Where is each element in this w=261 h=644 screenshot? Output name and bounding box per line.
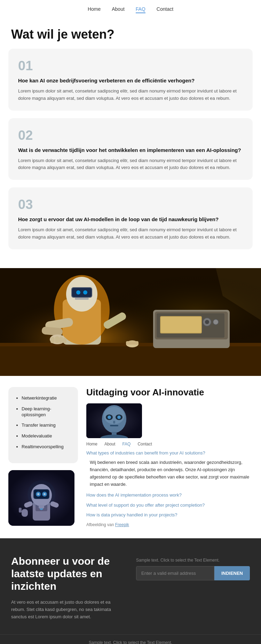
overlay-nav-faq[interactable]: FAQ bbox=[122, 442, 130, 446]
inline-question-4[interactable]: How is data privacy handled in your proj… bbox=[86, 512, 253, 518]
split-right: Uitdaging voor AI-innovatie bbox=[78, 387, 253, 527]
robot-image-2 bbox=[8, 470, 74, 526]
overlay-nav-home[interactable]: Home bbox=[86, 442, 97, 446]
subscription-description: At vero eos et accusam et justo duo dolo… bbox=[11, 599, 125, 620]
faq-card-1: 01 Hoe kan AI onze bedrijfsvoering verbe… bbox=[8, 49, 253, 111]
hero-illustration bbox=[0, 268, 261, 376]
inline-question-1[interactable]: What types of industries can benefit fro… bbox=[86, 450, 253, 456]
split-left-card: Netwerkintegratie Deep learning-oplossin… bbox=[8, 387, 78, 463]
svg-rect-10 bbox=[75, 298, 89, 300]
svg-point-50 bbox=[27, 480, 55, 508]
list-item-3: Transfer learning bbox=[22, 422, 71, 428]
robot-illustration-2 bbox=[8, 470, 74, 526]
faq-question-1: Hoe kan AI onze bedrijfsvoering verbeter… bbox=[18, 77, 243, 84]
overlay-nav-about[interactable]: About bbox=[104, 442, 115, 446]
list-item-2: Deep learning-oplossingen bbox=[22, 406, 71, 418]
svg-rect-58 bbox=[113, 421, 115, 424]
inline-question-2[interactable]: How does the AI implementation process w… bbox=[86, 492, 253, 498]
subscription-form: INDIENEN bbox=[136, 566, 250, 580]
faq-card-3: 03 Hoe zorgt u ervoor dat uw AI-modellen… bbox=[8, 187, 253, 249]
faq-answer-3: Lorem ipsum dolor sit amet, consetetur s… bbox=[18, 226, 243, 241]
svg-rect-20 bbox=[59, 337, 63, 343]
faq-number-3: 03 bbox=[18, 197, 243, 212]
faq-card-2: 02 Wat is de verwachte tijdlijn voor het… bbox=[8, 118, 253, 180]
ai-face-illustration bbox=[86, 403, 142, 438]
svg-point-29 bbox=[205, 320, 209, 324]
overlay-nav-contact[interactable]: Contact bbox=[137, 442, 152, 446]
page-title: Wat wil je weten? bbox=[0, 17, 261, 49]
list-item-5: Realtimevoorspelling bbox=[22, 444, 71, 450]
nav-home[interactable]: Home bbox=[88, 6, 101, 13]
svg-rect-12 bbox=[72, 288, 92, 297]
svg-rect-59 bbox=[110, 425, 118, 426]
split-left: Netwerkintegratie Deep learning-oplossin… bbox=[8, 387, 78, 527]
svg-point-57 bbox=[117, 416, 121, 419]
svg-rect-21 bbox=[63, 338, 66, 343]
split-section: Netwerkintegratie Deep learning-oplossin… bbox=[0, 376, 261, 538]
nav-about[interactable]: About bbox=[112, 6, 125, 13]
svg-rect-48 bbox=[22, 509, 28, 517]
svg-point-56 bbox=[108, 416, 111, 419]
faq-number-2: 02 bbox=[18, 128, 243, 143]
svg-rect-49 bbox=[19, 508, 22, 513]
ai-preview-box bbox=[86, 403, 142, 438]
nav-faq[interactable]: FAQ bbox=[136, 6, 145, 13]
email-input[interactable] bbox=[136, 566, 214, 580]
svg-rect-18 bbox=[50, 337, 55, 343]
bottom-sample-text: Sample text. Click to select the Text El… bbox=[0, 634, 261, 644]
list-item-4: Modelevaluatie bbox=[22, 433, 71, 439]
svg-rect-32 bbox=[126, 341, 139, 345]
features-list: Netwerkintegratie Deep learning-oplossin… bbox=[15, 395, 71, 450]
svg-rect-27 bbox=[161, 317, 201, 333]
svg-rect-3 bbox=[0, 345, 261, 376]
svg-point-13 bbox=[76, 290, 80, 295]
svg-rect-19 bbox=[55, 336, 59, 343]
faq-question-3: Hoe zorgt u ervoor dat uw AI-modellen in… bbox=[18, 216, 243, 223]
faq-answer-2: Lorem ipsum dolor sit amet, consetetur s… bbox=[18, 157, 243, 172]
inline-faq-1: What types of industries can benefit fro… bbox=[86, 450, 253, 489]
svg-point-14 bbox=[83, 290, 87, 295]
subscription-left: Abonneer u voor de laatste updates en in… bbox=[11, 555, 125, 620]
attribution: Afbeelding van Freepik bbox=[86, 522, 253, 527]
attribution-text: Afbeelding van bbox=[86, 522, 114, 527]
svg-point-30 bbox=[213, 319, 219, 325]
faq-section: 01 Hoe kan AI onze bedrijfsvoering verbe… bbox=[0, 49, 261, 268]
nav-contact[interactable]: Contact bbox=[157, 6, 173, 13]
attribution-link[interactable]: Freepik bbox=[115, 522, 129, 527]
subscription-sample-text: Sample text. Click to select the Text El… bbox=[136, 558, 250, 563]
inline-answer-1: Wij bedienen een breed scala aan industr… bbox=[86, 458, 253, 489]
subscription-right: Sample text. Click to select the Text El… bbox=[136, 555, 250, 620]
subscription-title: Abonneer u voor de laatste updates en in… bbox=[11, 555, 125, 593]
submit-button[interactable]: INDIENEN bbox=[214, 566, 250, 580]
hero-image bbox=[0, 268, 261, 376]
inline-question-3[interactable]: What level of support do you offer after… bbox=[86, 502, 253, 508]
faq-question-2: Wat is de verwachte tijdlijn voor het on… bbox=[18, 146, 243, 154]
faq-number-1: 01 bbox=[18, 58, 243, 73]
overlay-nav-bar: Home About FAQ Contact bbox=[86, 442, 253, 446]
subscription-section: Abonneer u voor de laatste updates en in… bbox=[0, 538, 261, 634]
navigation: Home About FAQ Contact bbox=[0, 0, 261, 17]
faq-answer-1: Lorem ipsum dolor sit amet, consetetur s… bbox=[18, 88, 243, 102]
split-right-title: Uitdaging voor AI-innovatie bbox=[86, 387, 253, 398]
list-item-1: Netwerkintegratie bbox=[22, 395, 71, 401]
